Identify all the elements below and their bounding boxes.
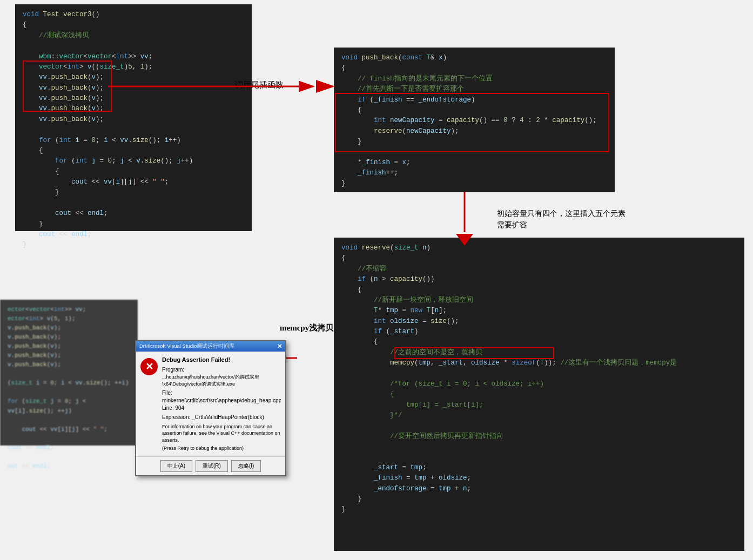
dialog-content: Debug Assertion Failed! Program: ...houz…	[162, 356, 281, 452]
dialog-program-path1: ...houzhan\qi\huishouzhan/vector/的调试实里	[162, 374, 281, 381]
ignore-button[interactable]: 忽略(I)	[231, 460, 261, 472]
error-dialog: DrMicrosoft Visual Studio调试运行时间库 ✕ ✕ Deb…	[135, 340, 286, 476]
svg-marker-3	[456, 234, 473, 246]
dialog-error-icon: ✕	[140, 358, 158, 375]
bottomleft-code-panel: ector<vector<int>> vv; ector<int> v(5, 1…	[0, 300, 138, 446]
dialog-line: Line: 904	[162, 404, 281, 412]
dialog-title-text: DrMicrosoft Visual Studio调试运行时间库	[139, 343, 234, 350]
arrow-down-1	[443, 192, 486, 246]
dialog-expression: Expression: _CrtIsValidHeapPointer(block…	[162, 414, 281, 421]
dialog-file: File: minkernel\crtlib\scrt\src\appheap\…	[162, 389, 281, 404]
dialog-program: Program:	[162, 366, 281, 374]
pushback-highlight-box	[23, 60, 112, 112]
dialog-body: ✕ Debug Assertion Failed! Program: ...ho…	[136, 352, 285, 456]
capacity-label: 初始容量只有四个，这里插入五个元素需要扩容	[497, 208, 626, 231]
dialog-buttons: 中止(A) 重试(R) 忽略(I)	[136, 456, 285, 475]
memcpy-label: memcpy浅拷贝	[280, 323, 333, 333]
retry-button[interactable]: 重试(R)	[196, 460, 228, 472]
dialog-close-icon[interactable]: ✕	[277, 343, 282, 350]
dialog-title-bar: DrMicrosoft Visual Studio调试运行时间库 ✕	[136, 341, 285, 352]
topleft-code-panel: void Test_vector3() { //测试深浅拷贝 wbm::vect…	[15, 4, 252, 231]
arrow-right-1	[108, 70, 335, 103]
dialog-assertion-header: Debug Assertion Failed!	[162, 356, 281, 364]
dialog-program-path2: \x64\Debug\vector的调试实里.exe	[162, 381, 281, 388]
memcpy-highlight-box	[394, 347, 554, 359]
abort-button[interactable]: 中止(A)	[160, 460, 192, 472]
bottomright-code-panel: void reserve(size_t n) { //不缩容 if (n > c…	[334, 238, 744, 551]
svg-marker-1	[316, 80, 335, 93]
dialog-press: (Press Retry to debug the application)	[162, 445, 281, 452]
dialog-info: For information on how your program can …	[162, 423, 281, 444]
if-block-highlight-box	[335, 93, 609, 152]
